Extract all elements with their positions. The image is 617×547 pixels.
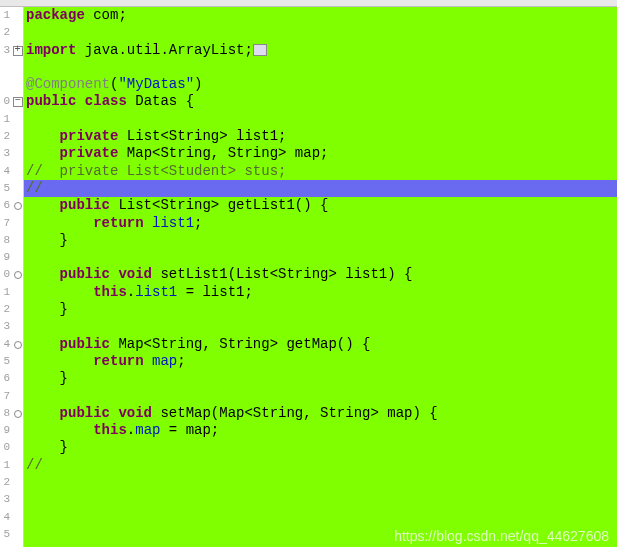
code-line[interactable]: // <box>24 457 617 474</box>
code-line[interactable]: private List<String> list1; <box>24 128 617 145</box>
code-line[interactable]: } <box>24 439 617 456</box>
line-number: 3 <box>0 318 12 335</box>
code-line[interactable]: } <box>24 232 617 249</box>
fold-cell <box>12 76 23 93</box>
code-line[interactable] <box>24 388 617 405</box>
line-number: 3 <box>0 491 12 508</box>
line-number: 5 <box>0 526 12 543</box>
fold-cell <box>12 215 23 232</box>
line-number: 1 <box>0 457 12 474</box>
code-line[interactable] <box>24 318 617 335</box>
code-line[interactable]: public void setMap(Map<String, String> m… <box>24 405 617 422</box>
fold-cell <box>12 180 23 197</box>
fold-cell <box>12 301 23 318</box>
line-number: 3 <box>0 145 12 162</box>
code-line[interactable]: public Map<String, String> getMap() { <box>24 336 617 353</box>
code-line[interactable]: @Component("MyDatas") <box>24 76 617 93</box>
code-line[interactable] <box>24 24 617 41</box>
code-line[interactable]: private Map<String, String> map; <box>24 145 617 162</box>
line-number: 3 <box>0 42 12 59</box>
fold-cell <box>12 24 23 41</box>
code-line[interactable]: package com; <box>24 7 617 24</box>
code-line[interactable]: return list1; <box>24 215 617 232</box>
line-number: 0 <box>0 93 12 110</box>
fold-collapse-icon[interactable] <box>12 93 23 110</box>
fold-cell <box>12 145 23 162</box>
line-number: 4 <box>0 509 12 526</box>
fold-method-icon[interactable] <box>12 197 23 214</box>
line-number: 9 <box>0 249 12 266</box>
fold-cell <box>12 388 23 405</box>
fold-cell <box>12 422 23 439</box>
code-line[interactable]: public void setList1(List<String> list1)… <box>24 266 617 283</box>
code-line[interactable] <box>24 491 617 508</box>
watermark-text: https://blog.csdn.net/qq_44627608 <box>394 528 609 544</box>
code-line[interactable]: // private List<Student> stus; <box>24 163 617 180</box>
code-line-selected[interactable]: // <box>24 180 617 197</box>
fold-column <box>12 7 24 547</box>
line-number: 7 <box>0 388 12 405</box>
line-number: 2 <box>0 128 12 145</box>
line-number: 8 <box>0 405 12 422</box>
fold-cell <box>12 7 23 24</box>
fold-method-icon[interactable] <box>12 336 23 353</box>
fold-cell <box>12 353 23 370</box>
line-number: 1 <box>0 284 12 301</box>
code-line[interactable] <box>24 59 617 76</box>
line-number: 1 <box>0 7 12 24</box>
fold-cell <box>12 439 23 456</box>
line-number: 2 <box>0 301 12 318</box>
fold-cell <box>12 370 23 387</box>
code-area[interactable]: package com; import java.util.ArrayList;… <box>24 7 617 547</box>
code-line[interactable]: public class Datas { <box>24 93 617 110</box>
folded-imports-icon[interactable] <box>253 44 267 56</box>
line-number: 2 <box>0 474 12 491</box>
line-number: 8 <box>0 232 12 249</box>
fold-method-icon[interactable] <box>12 405 23 422</box>
code-line[interactable]: public List<String> getList1() { <box>24 197 617 214</box>
line-number: 5 <box>0 353 12 370</box>
fold-cell <box>12 128 23 145</box>
line-number: 1 <box>0 111 12 128</box>
code-line[interactable]: import java.util.ArrayList; <box>24 42 617 59</box>
line-number-gutter: 1 2 3 0 1 2 3 4 5 6 7 8 9 0 1 2 3 4 5 6 … <box>0 7 12 547</box>
fold-cell <box>12 249 23 266</box>
editor-tabs-strip[interactable] <box>0 0 617 7</box>
code-line[interactable] <box>24 111 617 128</box>
fold-cell <box>12 111 23 128</box>
code-line[interactable] <box>24 509 617 526</box>
code-line[interactable]: } <box>24 301 617 318</box>
line-number: 0 <box>0 439 12 456</box>
line-number: 6 <box>0 197 12 214</box>
fold-cell <box>12 232 23 249</box>
line-number: 6 <box>0 370 12 387</box>
code-editor: 1 2 3 0 1 2 3 4 5 6 7 8 9 0 1 2 3 4 5 6 … <box>0 7 617 547</box>
fold-expand-icon[interactable] <box>12 42 23 59</box>
line-number: 4 <box>0 336 12 353</box>
line-number: 0 <box>0 266 12 283</box>
line-number <box>0 76 12 93</box>
fold-cell <box>12 284 23 301</box>
line-number: 4 <box>0 163 12 180</box>
line-number: 5 <box>0 180 12 197</box>
line-number <box>0 59 12 76</box>
line-number: 9 <box>0 422 12 439</box>
fold-method-icon[interactable] <box>12 266 23 283</box>
line-number: 2 <box>0 24 12 41</box>
fold-cell <box>12 59 23 76</box>
fold-cell <box>12 163 23 180</box>
line-number: 7 <box>0 215 12 232</box>
code-line[interactable] <box>24 474 617 491</box>
code-line[interactable]: this.map = map; <box>24 422 617 439</box>
code-line[interactable]: return map; <box>24 353 617 370</box>
code-line[interactable] <box>24 249 617 266</box>
fold-cell <box>12 457 23 474</box>
code-line[interactable]: this.list1 = list1; <box>24 284 617 301</box>
fold-cell <box>12 318 23 335</box>
code-line[interactable]: } <box>24 370 617 387</box>
